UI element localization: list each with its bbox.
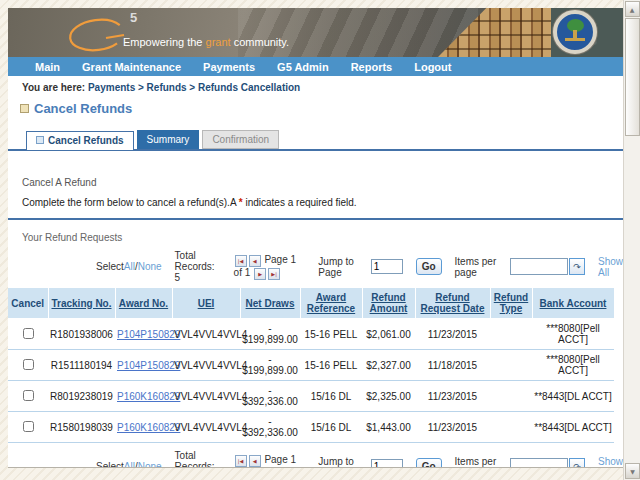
column-header-award-reference: Award Reference — [300, 288, 362, 319]
logo-5-text: 5 — [130, 10, 137, 25]
tagline: Empowering the grant community. — [123, 36, 289, 48]
next-page-button[interactable]: ▶ — [254, 468, 266, 469]
jump-to-page-label: Jump to Page — [318, 456, 357, 469]
table-header-row: Cancel Tracking No. Award No. UEI Net Dr… — [8, 288, 614, 319]
scroll-up-button[interactable]: ▲ — [625, 1, 640, 17]
net-draws-amount: $199,899.00 — [242, 334, 298, 345]
refund-request-date-cell: 11/23/2015 — [415, 412, 490, 443]
page-title: Cancel Refunds — [20, 101, 623, 116]
cancel-cell — [8, 350, 48, 381]
show-all-link[interactable]: Show All — [598, 456, 623, 469]
nav-reports[interactable]: Reports — [351, 61, 393, 73]
select-none-link[interactable]: None — [138, 461, 162, 468]
award-reference-cell: 15-16 PELL — [300, 350, 362, 381]
total-records: Total Records: 5 — [175, 250, 221, 283]
scroll-down-button[interactable]: ▼ — [625, 463, 640, 479]
total-records: Total Records: 5 — [175, 450, 221, 468]
header-banner: 5 Empowering the grant community. — [8, 8, 623, 57]
go-button[interactable]: Go — [416, 258, 442, 275]
tab-confirmation: Confirmation — [202, 130, 279, 149]
refund-requests-header: Your Refund Requests — [22, 232, 623, 243]
first-page-button[interactable]: |◀ — [235, 255, 247, 267]
section-heading: Cancel A Refund — [22, 177, 623, 188]
nav-grant-maintenance[interactable]: Grant Maintenance — [82, 61, 181, 73]
tagline-post: community. — [231, 36, 289, 48]
banner-background-texture — [238, 8, 478, 57]
instruction-pre: Complete the form below to cancel a refu… — [22, 197, 239, 208]
prev-page-button[interactable]: ◀ — [249, 255, 261, 267]
main-navbar: Main Grant Maintenance Payments G5 Admin… — [8, 57, 623, 76]
show-all-link[interactable]: Show All — [598, 256, 623, 278]
select-group: SelectAll/None — [96, 261, 162, 272]
items-per-page-apply-button[interactable]: ↷ — [569, 258, 585, 275]
nav-payments[interactable]: Payments — [203, 61, 255, 73]
tracking-no-cell: R8019238019 — [48, 381, 115, 412]
last-page-button[interactable]: ▶| — [268, 268, 280, 280]
items-per-page-group: ↷ — [510, 258, 585, 275]
items-per-page-apply-button[interactable]: ↷ — [569, 458, 585, 468]
column-header-uei: UEI — [172, 288, 240, 319]
award-no-link[interactable]: P104P150829 — [117, 360, 180, 371]
award-no-cell: P104P150829 — [115, 350, 172, 381]
net-draws-sign: - — [242, 354, 298, 365]
cancel-checkbox[interactable] — [23, 421, 34, 432]
cancel-cell — [8, 412, 48, 443]
tracking-no-cell: R1580198039 — [48, 412, 115, 443]
uei-cell: VVL4VVL4VVL4 — [172, 350, 240, 381]
table-row: R1580198039 P160K160829 VVL4VVL4VVL4 -$3… — [8, 412, 614, 443]
uei-cell: VVL4VVL4VVL4 — [172, 381, 240, 412]
refund-request-date-cell: 11/23/2015 — [415, 319, 490, 350]
refund-type-cell — [490, 350, 532, 381]
column-header-net-draws: Net Draws — [240, 288, 300, 319]
items-per-page-input[interactable] — [510, 458, 568, 468]
column-header-refund-request-date: Refund Request Date — [415, 288, 490, 319]
tab-summary[interactable]: Summary — [137, 130, 200, 149]
select-all-link[interactable]: All — [124, 461, 135, 468]
refund-request-date-cell: 11/23/2015 — [415, 381, 490, 412]
breadcrumb-prefix: You are here: — [22, 82, 85, 93]
jump-to-page-input[interactable] — [371, 459, 403, 468]
first-page-button[interactable]: |◀ — [235, 455, 247, 467]
nav-g5-admin[interactable]: G5 Admin — [277, 61, 329, 73]
select-all-link[interactable]: All — [124, 261, 135, 272]
refund-amount-cell: $1,443.00 — [362, 412, 415, 443]
refund-type-cell — [490, 412, 532, 443]
net-draws-cell: -$199,899.00 — [240, 319, 300, 350]
cancel-cell — [8, 319, 48, 350]
award-reference-cell: 15/16 DL — [300, 412, 362, 443]
award-no-link[interactable]: P160K160829 — [117, 422, 180, 433]
last-page-button[interactable]: ▶| — [268, 468, 280, 469]
items-per-page-label: Items per page — [455, 256, 497, 278]
award-no-link[interactable]: P104P150829 — [117, 329, 180, 340]
browser-viewport: 5 Empowering the grant community. Main G… — [0, 0, 640, 480]
tab-cancel-refunds[interactable]: Cancel Refunds — [26, 131, 134, 150]
cancel-checkbox[interactable] — [23, 359, 34, 370]
g5-page: 5 Empowering the grant community. Main G… — [8, 8, 623, 468]
bank-account-cell: **8443[DL ACCT] — [532, 381, 614, 412]
jump-to-page-label: Jump to Page — [318, 256, 357, 278]
bank-account-cell: **8443[DL ACCT] — [532, 412, 614, 443]
vertical-scrollbar[interactable]: ▲ ▼ — [623, 0, 640, 480]
breadcrumb-links[interactable]: Payments > Refunds > Refunds Cancellatio… — [88, 82, 300, 93]
form-instruction: Complete the form below to cancel a refu… — [22, 197, 623, 208]
tracking-no-cell: R1801938006 — [48, 319, 115, 350]
jump-to-page-input[interactable] — [371, 259, 403, 274]
next-page-button[interactable]: ▶ — [254, 268, 266, 280]
select-none-link[interactable]: None — [138, 261, 162, 272]
prev-page-button[interactable]: ◀ — [249, 455, 261, 467]
nav-logout[interactable]: Logout — [414, 61, 451, 73]
go-button[interactable]: Go — [416, 458, 442, 468]
cancel-checkbox[interactable] — [23, 328, 34, 339]
items-per-page-input[interactable] — [510, 258, 568, 275]
scrollbar-thumb[interactable] — [625, 18, 640, 136]
nav-main[interactable]: Main — [35, 61, 60, 73]
page-nav-group: |◀◀ Page 1 of 1 ▶▶| — [234, 454, 306, 469]
column-header-award-no: Award No. — [115, 288, 172, 319]
net-draws-sign: - — [242, 323, 298, 334]
cancel-checkbox[interactable] — [23, 390, 34, 401]
net-draws-sign: - — [242, 385, 298, 396]
award-no-link[interactable]: P160K160829 — [117, 391, 180, 402]
seal-base — [565, 38, 585, 41]
net-draws-amount: $392,336.00 — [242, 427, 298, 438]
net-draws-cell: -$199,899.00 — [240, 350, 300, 381]
